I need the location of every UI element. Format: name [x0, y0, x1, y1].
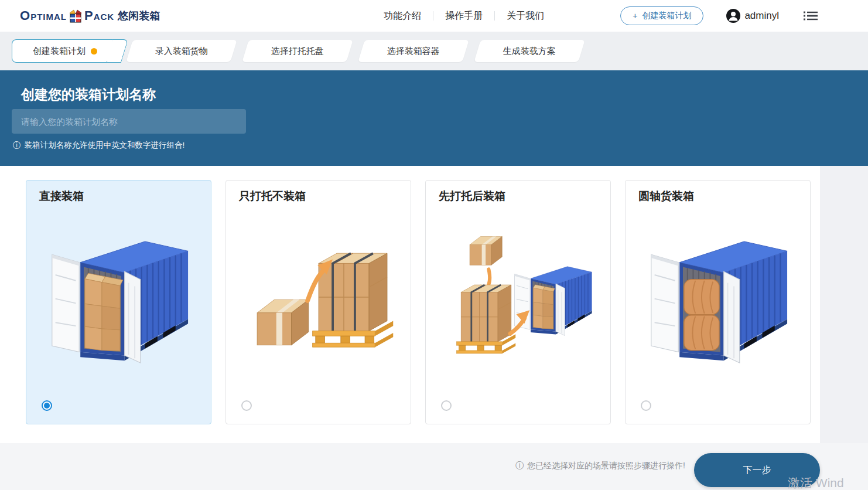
step-label: 选择装箱容器: [387, 46, 440, 57]
scenario-card-palletize-then-pack[interactable]: 先打托后装箱: [425, 180, 611, 424]
info-icon: ⓘ: [13, 140, 21, 151]
nav-about[interactable]: 关于我们: [507, 10, 544, 22]
radio-direct-packing[interactable]: [42, 400, 52, 411]
card-title: 只打托不装箱: [239, 189, 306, 204]
panel-title: 创建您的装箱计划名称: [21, 86, 156, 104]
radio-palletize-only[interactable]: [241, 400, 252, 411]
active-step-dot: [91, 48, 97, 55]
create-plan-button[interactable]: + 创建装箱计划: [620, 6, 703, 25]
step-tab-select-pallet[interactable]: 选择打托托盘: [242, 40, 353, 62]
step-label: 创建装箱计划: [33, 46, 86, 57]
step-label: 录入装箱货物: [155, 46, 208, 57]
plan-name-input[interactable]: [12, 109, 246, 134]
plan-name-panel: 创建您的装箱计划名称 ⓘ 装箱计划名称允许使用中英文和数字进行组合!: [0, 70, 868, 166]
radio-palletize-then-pack[interactable]: [441, 400, 452, 411]
scenario-cards: 直接装箱 只打托不装箱: [26, 180, 811, 424]
step-tab-create-plan[interactable]: 创建装箱计划: [12, 39, 118, 63]
nav-features[interactable]: 功能介绍: [384, 10, 421, 22]
step-bar: 创建装箱计划 录入装箱货物 选择打托托盘 选择装箱容器 生成装载方案: [0, 32, 868, 70]
username: adminyl: [744, 10, 779, 22]
footer-hint: ⓘ 您已经选择对应的场景请按照步骤进行操作!: [515, 461, 685, 471]
step-tab-select-container[interactable]: 选择装箱容器: [358, 40, 469, 62]
step-label: 生成装载方案: [503, 46, 556, 57]
footer-bar: ⓘ 您已经选择对应的场景请按照步骤进行操作! 下一步 激活 Wind: [0, 443, 868, 490]
scenario-card-palletize-only[interactable]: 只打托不装箱: [225, 180, 411, 424]
info-icon: ⓘ: [515, 461, 524, 471]
brand-word-optimal: OPTIMAL: [20, 8, 67, 23]
scenario-card-roll-cargo[interactable]: 圆轴货装箱: [625, 180, 811, 424]
container-with-rolls-illustration: [644, 223, 792, 363]
nav-manual[interactable]: 操作手册: [445, 10, 483, 22]
top-header: OPTIMAL PACK 悠闲装箱 功能介绍 操作手册 关于我们 + 创建装箱计…: [0, 0, 868, 32]
card-title: 先打托后装箱: [439, 189, 505, 204]
brand-word-pack: PACK: [84, 8, 114, 23]
step-tab-enter-cargo[interactable]: 录入装箱货物: [126, 40, 237, 62]
container-with-boxes-illustration: [45, 223, 193, 363]
step-tab-generate-plan[interactable]: 生成装载方案: [474, 40, 585, 62]
pallet-stack-illustration: [243, 223, 394, 361]
brand-cn: 悠闲装箱: [118, 9, 160, 23]
brand-logo[interactable]: OPTIMAL PACK 悠闲装箱: [20, 8, 160, 23]
step-label: 选择打托托盘: [271, 46, 324, 57]
radio-roll-cargo[interactable]: [641, 400, 651, 411]
plan-name-hint: ⓘ 装箱计划名称允许使用中英文和数字进行组合!: [13, 140, 184, 151]
windows-activation-watermark: 激活 Wind: [788, 475, 844, 490]
scenario-section: 直接装箱 只打托不装箱: [0, 166, 868, 443]
card-title: 圆轴货装箱: [638, 189, 694, 204]
avatar-icon: [726, 8, 741, 23]
nav-divider: [433, 11, 433, 21]
nav-divider: [494, 11, 495, 21]
scenario-card-direct-packing[interactable]: 直接装箱: [26, 180, 211, 424]
pallet-to-container-illustration: [442, 223, 595, 363]
optimalpack-app: OPTIMAL PACK 悠闲装箱 功能介绍 操作手册 关于我们 + 创建装箱计…: [0, 0, 868, 490]
package-logo-icon: [68, 9, 83, 23]
menu-list-icon[interactable]: [804, 11, 818, 21]
plus-icon: +: [633, 11, 637, 21]
card-title: 直接装箱: [39, 189, 84, 204]
user-menu[interactable]: adminyl: [726, 8, 779, 23]
main-nav: 功能介绍 操作手册 关于我们: [384, 10, 544, 22]
